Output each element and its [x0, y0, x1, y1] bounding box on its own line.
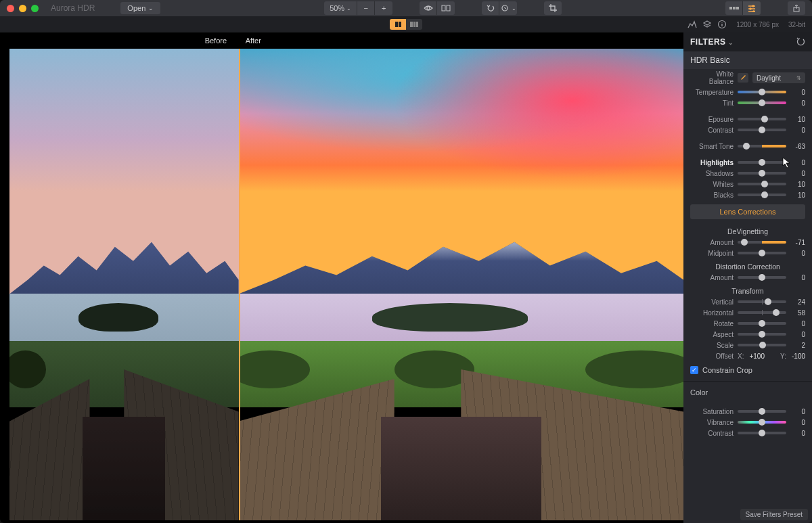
crop-button[interactable] — [544, 1, 562, 15]
zoom-out-button[interactable]: − — [357, 1, 375, 15]
zoom-group: 50%⌄ − + — [324, 1, 392, 15]
slider-knob[interactable] — [759, 159, 765, 166]
slider-value: 0 — [790, 159, 805, 166]
info-icon[interactable] — [717, 20, 727, 29]
info-bar: 1200 x 786 px 32-bit — [687, 20, 805, 29]
split-view-button[interactable] — [406, 19, 422, 30]
slider-track[interactable] — [738, 183, 786, 185]
svg-rect-5 — [733, 7, 736, 9]
slider-row-contrast: Contrast 0 — [683, 428, 812, 438]
slider-knob[interactable] — [759, 99, 765, 106]
filters-sidebar: FILTERS HDR Basic White Balance Daylight… — [683, 32, 812, 523]
slider-knob[interactable] — [759, 250, 765, 256]
panel-toggle-group — [725, 1, 761, 15]
history-dropdown[interactable]: ⌄ — [499, 1, 517, 15]
after-label: After — [246, 37, 261, 45]
slider-track[interactable] — [738, 322, 786, 325]
lens-corrections-button[interactable]: Lens Corrections — [690, 204, 805, 219]
slider-track[interactable] — [738, 91, 786, 93]
compare-divider[interactable] — [239, 49, 240, 520]
slider-value: 0 — [790, 274, 805, 281]
slider-track[interactable] — [738, 172, 786, 175]
after-image — [239, 49, 683, 520]
zoom-in-button[interactable]: + — [375, 1, 392, 15]
slider-row-amount: Amount -71 — [683, 237, 812, 248]
color-title[interactable]: Color — [683, 384, 812, 401]
reset-filters-icon[interactable] — [796, 37, 805, 47]
presets-panel-button[interactable] — [725, 1, 743, 15]
slider-label: Contrast — [690, 430, 734, 437]
preview-group — [420, 1, 455, 15]
slider-track[interactable] — [738, 252, 786, 254]
slider-value: -63 — [790, 143, 805, 150]
slider-track[interactable] — [738, 194, 786, 196]
app-title: Aurora HDR — [51, 3, 95, 13]
offset-x-value[interactable]: +100 — [749, 353, 765, 360]
undo-button[interactable] — [482, 1, 499, 15]
compare-button[interactable] — [437, 1, 455, 15]
white-balance-dropdown[interactable]: Daylight — [752, 72, 805, 83]
slider-knob[interactable] — [759, 408, 765, 415]
quick-preview-button[interactable] — [420, 1, 437, 15]
layers-icon[interactable] — [702, 20, 712, 29]
devignetting-header: DeVignetting — [683, 223, 812, 237]
slider-knob[interactable] — [761, 191, 768, 198]
slider-knob[interactable] — [759, 331, 765, 338]
filters-header[interactable]: FILTERS — [683, 32, 812, 51]
slider-knob[interactable] — [759, 127, 765, 133]
hdr-basic-title[interactable]: HDR Basic — [683, 51, 812, 69]
svg-rect-1 — [442, 5, 445, 11]
eyedropper-button[interactable] — [738, 73, 748, 83]
slider-knob[interactable] — [765, 298, 771, 305]
slider-knob[interactable] — [759, 170, 765, 177]
constrain-crop-row[interactable]: ✓ Constrain Crop — [683, 362, 812, 378]
slider-track[interactable] — [738, 432, 786, 434]
toolbar-center: 50%⌄ − + ⌄ — [166, 1, 720, 15]
slider-knob[interactable] — [761, 116, 768, 122]
side-by-side-view-button[interactable] — [390, 19, 406, 30]
slider-knob[interactable] — [759, 89, 765, 95]
slider-knob[interactable] — [743, 143, 750, 150]
svg-point-9 — [752, 10, 755, 12]
slider-track[interactable] — [738, 118, 786, 120]
slider-knob[interactable] — [761, 181, 768, 187]
slider-knob[interactable] — [759, 274, 765, 281]
slider-knob[interactable] — [759, 342, 766, 348]
slider-label: Tint — [690, 99, 734, 107]
zoom-dropdown[interactable]: 50%⌄ — [324, 1, 357, 15]
svg-point-7 — [752, 5, 754, 7]
slider-track[interactable] — [738, 410, 786, 413]
slider-knob[interactable] — [773, 309, 780, 316]
slider-track[interactable] — [738, 311, 786, 314]
minimize-window-button[interactable] — [19, 5, 26, 12]
slider-value: 10 — [790, 116, 805, 123]
canvas[interactable]: Before After — [0, 32, 683, 523]
close-window-button[interactable] — [7, 5, 14, 12]
slider-value: 24 — [790, 298, 805, 306]
slider-track[interactable] — [738, 241, 786, 244]
adjust-panel-button[interactable] — [743, 1, 761, 15]
slider-track[interactable] — [738, 101, 786, 104]
slider-value: 10 — [790, 181, 805, 188]
slider-track[interactable] — [738, 129, 786, 131]
slider-track[interactable] — [738, 344, 786, 346]
slider-track[interactable] — [738, 145, 786, 147]
histogram-icon[interactable] — [687, 20, 697, 29]
slider-track[interactable] — [738, 300, 786, 303]
distortion-header: Distortion Correction — [683, 258, 812, 272]
slider-knob[interactable] — [759, 430, 765, 436]
offset-row: Offset X:+100 Y:-100 — [683, 350, 812, 362]
slider-knob[interactable] — [759, 320, 765, 327]
constrain-crop-checkbox[interactable]: ✓ — [690, 366, 698, 374]
slider-track[interactable] — [738, 333, 786, 336]
save-preset-button[interactable]: Save Filters Preset — [740, 509, 808, 520]
share-button[interactable] — [788, 1, 805, 15]
slider-track[interactable] — [738, 421, 786, 424]
slider-track[interactable] — [738, 161, 786, 164]
slider-knob[interactable] — [759, 419, 765, 426]
zoom-window-button[interactable] — [31, 5, 39, 12]
offset-y-value[interactable]: -100 — [792, 353, 805, 360]
slider-knob[interactable] — [741, 239, 748, 246]
open-button[interactable]: Open — [120, 2, 160, 14]
slider-track[interactable] — [738, 276, 786, 279]
